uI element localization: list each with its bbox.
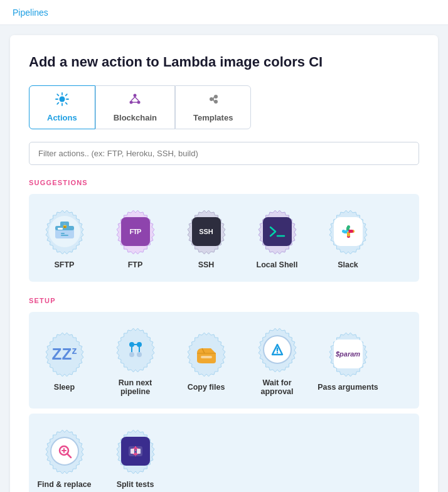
action-ftp[interactable]: FTP FTP bbox=[100, 200, 171, 275]
action-passarguments[interactable]: $param Pass arguments bbox=[312, 318, 383, 402]
action-sftp[interactable]: 🔒 SFTP bbox=[29, 200, 100, 275]
tab-actions-label: Actions bbox=[47, 113, 77, 122]
waitforapproval-icon-wrap bbox=[255, 327, 300, 372]
ftp-icon: FTP bbox=[121, 217, 150, 246]
sleep-icon: ZZz bbox=[50, 340, 79, 368]
templates-tab-icon bbox=[206, 92, 220, 109]
svg-point-1 bbox=[134, 94, 137, 97]
passarguments-label: Pass arguments bbox=[317, 383, 378, 392]
tab-actions[interactable]: Actions bbox=[29, 85, 95, 129]
svg-point-9 bbox=[214, 100, 218, 104]
runnextpipeline-icon bbox=[121, 335, 150, 364]
svg-rect-39 bbox=[131, 449, 134, 454]
setup-grid-2: Find & replace Split tests bbox=[29, 414, 419, 492]
waitforapproval-label: Wait for approval bbox=[247, 378, 307, 396]
action-splittests[interactable]: Split tests bbox=[100, 420, 171, 492]
svg-rect-14 bbox=[58, 228, 63, 230]
main-card: Add a new action to Lambda image colors … bbox=[10, 35, 438, 492]
passarguments-icon: $param bbox=[334, 340, 363, 368]
svg-point-7 bbox=[210, 97, 213, 101]
slack-icon-wrap bbox=[326, 209, 371, 254]
svg-point-27 bbox=[137, 352, 142, 357]
setup-label: SETUP bbox=[29, 297, 419, 304]
runnextpipeline-icon-wrap bbox=[113, 327, 158, 372]
svg-line-10 bbox=[213, 97, 214, 100]
action-copyfiles[interactable]: Copy files bbox=[171, 318, 242, 402]
slack-label: Slack bbox=[338, 260, 358, 269]
svg-point-26 bbox=[129, 352, 134, 357]
splittests-label: Split tests bbox=[117, 480, 154, 489]
tab-templates-label: Templates bbox=[193, 113, 233, 122]
search-input[interactable] bbox=[29, 142, 419, 165]
localshell-icon-wrap bbox=[255, 209, 300, 254]
findreplace-label: Find & replace bbox=[37, 480, 91, 489]
sleep-icon-wrap: ZZz bbox=[42, 331, 87, 377]
svg-point-33 bbox=[276, 352, 277, 353]
suggestions-grid: 🔒 SFTP FTP FTP bbox=[29, 194, 419, 282]
action-sleep[interactable]: ZZz Sleep bbox=[29, 318, 100, 402]
setup-grid: ZZz Sleep bbox=[29, 312, 419, 409]
sftp-label: SFTP bbox=[55, 260, 75, 269]
localshell-label: Local Shell bbox=[257, 260, 298, 269]
action-ssh[interactable]: SSH SSH bbox=[171, 200, 242, 275]
ssh-icon-wrap: SSH bbox=[184, 209, 229, 254]
copyfiles-icon-wrap bbox=[184, 331, 229, 377]
svg-rect-40 bbox=[137, 449, 141, 454]
blockchain-tab-icon bbox=[128, 92, 142, 109]
copyfiles-icon bbox=[192, 340, 221, 368]
svg-rect-30 bbox=[201, 356, 212, 358]
slack-icon bbox=[334, 217, 363, 246]
sftp-icon-wrap: 🔒 bbox=[42, 209, 87, 254]
action-slack[interactable]: Slack bbox=[312, 200, 383, 275]
action-waitforapproval[interactable]: Wait for approval bbox=[242, 318, 312, 402]
action-runnextpipeline[interactable]: Run next pipeline bbox=[100, 318, 171, 402]
tab-templates[interactable]: Templates bbox=[175, 85, 251, 129]
action-localshell[interactable]: Local Shell bbox=[242, 200, 312, 275]
ftp-icon-wrap: FTP bbox=[113, 209, 158, 254]
page-title: Add a new action to Lambda image colors … bbox=[29, 54, 419, 70]
splittests-icon bbox=[121, 437, 150, 466]
tab-blockchain-label: Blockchain bbox=[114, 113, 157, 122]
actions-tab-icon bbox=[55, 92, 69, 109]
action-findreplace[interactable]: Find & replace bbox=[29, 420, 100, 492]
sftp-icon: 🔒 bbox=[49, 216, 80, 247]
svg-line-35 bbox=[67, 454, 71, 457]
ftp-label: FTP bbox=[128, 260, 143, 269]
findreplace-icon-wrap bbox=[42, 429, 87, 474]
findreplace-icon bbox=[50, 437, 79, 466]
svg-line-4 bbox=[131, 97, 135, 101]
ssh-label: SSH bbox=[198, 260, 215, 269]
tab-bar: Actions Blockchain bbox=[29, 85, 419, 129]
runnextpipeline-label: Run next pipeline bbox=[105, 378, 166, 396]
localshell-icon bbox=[263, 217, 292, 246]
sleep-label: Sleep bbox=[54, 383, 75, 392]
svg-point-8 bbox=[214, 95, 218, 99]
copyfiles-label: Copy files bbox=[188, 383, 225, 392]
top-bar: Pipelines bbox=[0, 0, 448, 25]
waitforapproval-icon bbox=[263, 335, 292, 364]
passarguments-icon-wrap: $param bbox=[326, 331, 371, 377]
pipelines-link[interactable]: Pipelines bbox=[13, 8, 48, 18]
svg-point-0 bbox=[59, 97, 65, 102]
svg-text:🔒: 🔒 bbox=[61, 223, 67, 228]
svg-line-5 bbox=[135, 97, 139, 101]
splittests-icon-wrap bbox=[113, 429, 158, 474]
tab-blockchain[interactable]: Blockchain bbox=[95, 85, 175, 129]
svg-line-11 bbox=[213, 99, 214, 102]
ssh-icon: SSH bbox=[192, 217, 221, 246]
suggestions-label: SUGGESTIONS bbox=[29, 179, 419, 186]
